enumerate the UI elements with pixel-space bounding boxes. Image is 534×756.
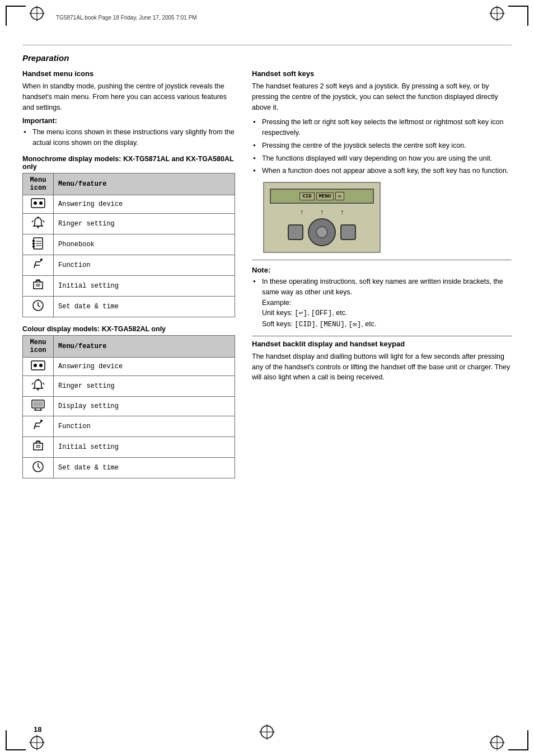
phonebook-icon-1	[32, 237, 44, 250]
feature-answering-2: Answering device	[54, 357, 235, 375]
svg-rect-21	[32, 246, 35, 247]
table-row: Display setting	[23, 396, 235, 416]
icon-cell-display-2	[23, 396, 54, 416]
page: TG5871AL.book Page 18 Friday, June 17, 2…	[0, 0, 534, 756]
mono-table-heading: Monochrome display models: KX-TG5871AL a…	[22, 155, 235, 171]
icon-cell-ringer-1	[23, 213, 54, 234]
arrow-left: ↑	[300, 208, 303, 216]
svg-rect-19	[32, 240, 35, 242]
svg-point-13	[34, 201, 37, 205]
table-row: Answering device	[23, 357, 235, 375]
bullet-item: The menu icons shown in these instructio…	[22, 127, 235, 148]
table-row: Function	[23, 255, 235, 275]
feature-initial-1: Initial setting	[54, 275, 235, 296]
feature-initial-2: Initial setting	[54, 436, 235, 457]
icon-cell-clock-2	[23, 457, 54, 478]
table-row: Answering device	[23, 195, 235, 213]
corner-mark-tr	[508, 6, 528, 26]
feature-answering-1: Answering device	[54, 195, 235, 213]
svg-point-14	[39, 201, 43, 205]
joystick	[308, 218, 336, 246]
page-number: 18	[34, 725, 41, 734]
corner-mark-br	[508, 730, 528, 750]
icon-cell-initial-1	[23, 275, 54, 296]
arrow-right: ↑	[340, 208, 344, 216]
handset-menu-icons-heading: Handset menu icons	[22, 69, 235, 78]
answering-icon-1	[31, 198, 45, 208]
colour-table: Menu icon Menu/feature	[22, 335, 235, 478]
svg-rect-12	[31, 199, 45, 208]
icon-cell-function-1	[23, 255, 54, 275]
svg-rect-20	[32, 243, 35, 245]
clock-icon-1	[32, 299, 44, 312]
handset-soft-keys-body: The handset features 2 soft keys and a j…	[252, 81, 512, 112]
corner-mark-bl	[6, 730, 26, 750]
cid-label: CID	[299, 192, 314, 200]
soft-keys-bullets: Pressing the left or right soft key sele…	[252, 117, 512, 176]
svg-rect-42	[33, 401, 43, 407]
important-label: Important:	[22, 117, 235, 125]
table-row: Function	[23, 416, 235, 436]
icon-cell-phonebook-1	[23, 234, 54, 255]
mono-table: Menu icon Menu/feature	[22, 173, 235, 317]
feature-clock-1: Set date & time	[54, 296, 235, 317]
display-screen: CID MENU ✉	[270, 189, 374, 204]
function-icon-2	[32, 419, 44, 431]
handset-soft-keys-heading: Handset soft keys	[252, 69, 512, 78]
handset-menu-icons-body: When in standby mode, pushing the centre…	[22, 81, 235, 112]
clock-icon-2	[32, 461, 44, 473]
corner-mark-tl	[6, 6, 26, 26]
reg-mark-bl	[29, 735, 45, 750]
content-area: Preparation Handset menu icons When in s…	[22, 45, 512, 486]
arrows-row: ↑ ↑ ↑	[270, 208, 374, 216]
handset-display-illustration: CID MENU ✉ ↑ ↑ ↑	[263, 182, 381, 253]
reg-mark-tl	[29, 6, 45, 21]
icon-cell-function-2	[23, 416, 54, 436]
bullet-item: Pressing the centre of the joystick sele…	[252, 140, 512, 151]
svg-point-44	[40, 420, 43, 422]
joystick-center	[316, 226, 328, 238]
table-row: Initial setting	[23, 436, 235, 457]
feature-ringer-2: Ringer setting	[54, 375, 235, 396]
svg-rect-32	[31, 361, 45, 370]
svg-point-37	[38, 379, 39, 381]
function-icon-1	[32, 258, 44, 270]
col-header-icon-2: Menu icon	[23, 335, 54, 357]
note-bullets: In these operating instructions, soft ke…	[252, 276, 512, 330]
menu-label: MENU	[316, 192, 334, 200]
icon-cell-ringer-2	[23, 375, 54, 396]
reg-mark-br	[489, 735, 505, 750]
table-row: Phonebook	[23, 234, 235, 255]
arrow-center: ↑	[320, 208, 324, 216]
reg-mark-tr	[489, 6, 505, 21]
feature-ringer-1: Ringer setting	[54, 213, 235, 234]
bullet-item: In these operating instructions, soft ke…	[252, 276, 512, 330]
icon-cell-answering-1	[23, 195, 54, 213]
bottom-center-mark	[259, 724, 275, 741]
ringer-icon-2	[32, 379, 44, 391]
icon-cell-clock-1	[23, 296, 54, 317]
colour-table-heading: Colour display models: KX-TGA582AL only	[22, 325, 235, 333]
svg-point-26	[40, 259, 43, 261]
mail-label: ✉	[335, 192, 344, 200]
divider-rule	[252, 260, 512, 260]
buttons-row	[270, 218, 374, 246]
feature-display-2: Display setting	[54, 396, 235, 416]
table-row: Initial setting	[23, 275, 235, 296]
feature-clock-2: Set date & time	[54, 457, 235, 478]
initial-icon-1	[32, 279, 44, 291]
two-column-layout: Handset menu icons When in standby mode,…	[22, 69, 512, 486]
note-heading: Note:	[252, 266, 512, 274]
table-row: Set date & time	[23, 457, 235, 478]
handset-backlit-heading: Handset backlit display and handset keyp…	[252, 340, 512, 348]
feature-phonebook-1: Phonebook	[54, 234, 235, 255]
feature-function-2: Function	[54, 416, 235, 436]
display-icon-2	[31, 400, 45, 411]
section-title: Preparation	[22, 53, 512, 63]
table-row: Set date & time	[23, 296, 235, 317]
top-rule	[22, 45, 512, 45]
initial-icon-2	[32, 440, 44, 452]
bullet-item: When a function does not appear above a …	[252, 166, 512, 176]
svg-point-33	[34, 364, 37, 367]
bullet-item: The functions displayed will vary depend…	[252, 153, 512, 164]
